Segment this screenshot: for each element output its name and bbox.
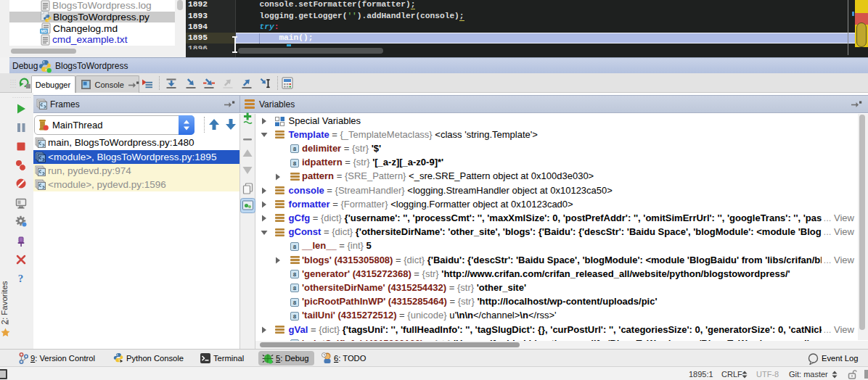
svg-text:8: 8 xyxy=(293,285,297,292)
svg-text:8: 8 xyxy=(293,244,297,250)
svg-text:8: 8 xyxy=(293,146,297,152)
svg-text:8: 8 xyxy=(293,300,297,306)
svg-text:8: 8 xyxy=(293,160,297,167)
svg-text:8: 8 xyxy=(293,271,297,278)
svg-text:MD: MD xyxy=(41,29,46,33)
svg-text:8: 8 xyxy=(293,313,297,320)
svg-text:?: ? xyxy=(18,273,24,284)
